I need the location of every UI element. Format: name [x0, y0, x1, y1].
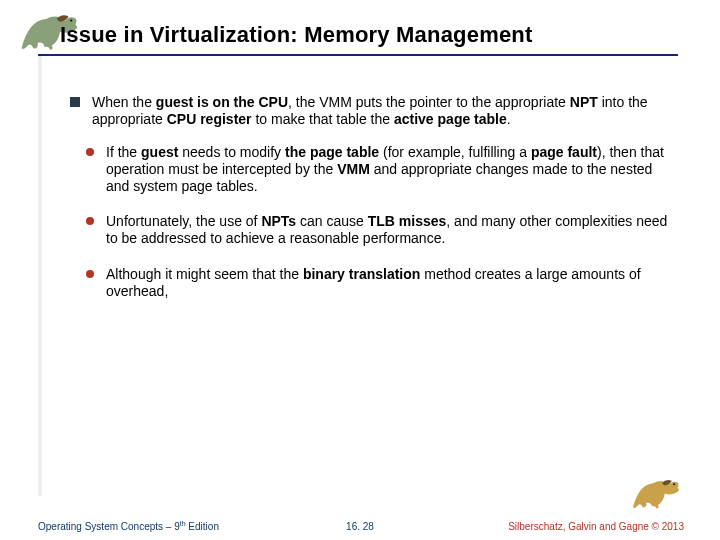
bullet-item: If the guest needs to modify the page ta…: [86, 144, 674, 195]
bullet-text: If the guest needs to modify the page ta…: [106, 144, 674, 195]
circle-bullet-icon: [86, 270, 94, 278]
footer-right: Silberschatz, Galvin and Gagne © 2013: [508, 521, 684, 532]
slide: Issue in Virtualization: Memory Manageme…: [0, 0, 720, 540]
slide-content: When the guest is on the CPU, the VMM pu…: [70, 94, 674, 318]
bullet-item: When the guest is on the CPU, the VMM pu…: [70, 94, 674, 128]
svg-point-1: [673, 483, 675, 485]
slide-footer: Operating System Concepts – 9th Edition …: [0, 516, 720, 534]
slide-title: Issue in Virtualization: Memory Manageme…: [60, 22, 533, 48]
bullet-item: Unfortunately, the use of NPTs can cause…: [86, 213, 674, 247]
bullet-item: Although it might seem that the binary t…: [86, 266, 674, 300]
title-underline: [38, 54, 678, 56]
dinosaur-logo-bottom-right: [630, 472, 688, 514]
left-margin-stripe: [38, 56, 42, 496]
bullet-text: Although it might seem that the binary t…: [106, 266, 674, 300]
circle-bullet-icon: [86, 148, 94, 156]
bullet-text: When the guest is on the CPU, the VMM pu…: [92, 94, 674, 128]
bullet-text: Unfortunately, the use of NPTs can cause…: [106, 213, 674, 247]
circle-bullet-icon: [86, 217, 94, 225]
square-bullet-icon: [70, 97, 80, 107]
